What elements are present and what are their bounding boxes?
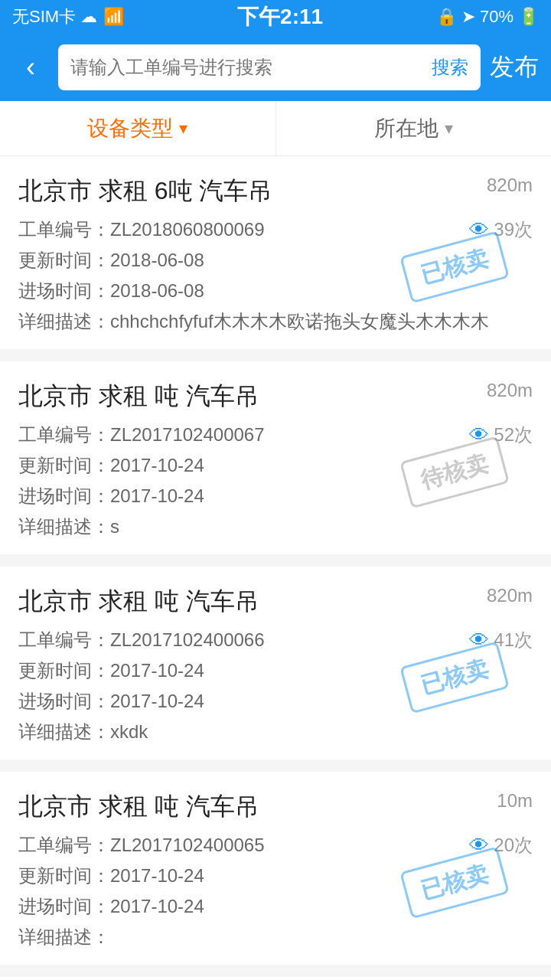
wifi-icon: 📶 [103, 7, 124, 27]
nav-bar: ‹ 搜索 发布 [0, 34, 551, 101]
battery-label: 70% [480, 7, 514, 27]
view-count-label: 52次 [494, 423, 533, 447]
entry-time: 进场时间：2018-06-08 [18, 279, 204, 303]
location-icon: ➤ [461, 7, 475, 27]
order-row: 工单编号：ZL2017102400065 👁 20次 [18, 833, 533, 858]
update-time: 更新时间：2017-10-24 [18, 864, 204, 888]
description: 详细描述： [18, 925, 533, 949]
update-time: 更新时间：2017-10-24 [18, 658, 204, 683]
title-row: 北京市 求租 吨 汽车吊 820m [18, 380, 533, 413]
title-row: 北京市 求租 吨 汽车吊 10m [18, 790, 533, 824]
location-label: 所在地 [374, 114, 439, 143]
device-type-filter[interactable]: 设备类型 ▾ [0, 101, 276, 155]
stamp-sold: 已核卖 [404, 858, 505, 906]
view-count-label: 39次 [494, 217, 533, 242]
filter-bar: 设备类型 ▾ 所在地 ▾ [0, 101, 551, 156]
title-row: 北京市 求租 吨 汽车吊 820m [18, 585, 533, 619]
list-item[interactable]: 北京市 求租 吨 汽车吊 820m 工单编号：ZL2017102400067 👁… [0, 361, 551, 554]
back-button[interactable]: ‹ [12, 51, 49, 83]
description: 详细描述：s [18, 514, 533, 539]
item-distance: 10m [497, 790, 533, 812]
item-distance: 820m [487, 585, 533, 606]
item-distance: 820m [487, 175, 533, 196]
location-arrow-icon: ▾ [445, 119, 453, 139]
search-input[interactable] [70, 57, 425, 78]
order-row: 工单编号：ZL2017102400067 👁 52次 [18, 423, 533, 447]
battery-icon: 🔋 [518, 7, 539, 27]
device-type-arrow-icon: ▾ [179, 119, 187, 139]
view-count-label: 20次 [494, 833, 533, 858]
search-container: 搜索 [58, 44, 481, 90]
list-container: 北京市 求租 6吨 汽车吊 820m 工单编号：ZL2018060800069 … [0, 156, 551, 980]
entry-time: 进场时间：2017-10-24 [18, 484, 204, 508]
entry-time: 进场时间：2017-10-24 [18, 689, 204, 714]
description: 详细描述：chhchchfyfuf木木木木欧诺拖头女魔头木木木木 [18, 309, 533, 334]
order-row: 工单编号：ZL2017102400066 👁 41次 [18, 628, 533, 652]
lock-icon: 🔒 [436, 7, 457, 27]
view-count-label: 41次 [494, 628, 533, 652]
device-type-label: 设备类型 [87, 114, 173, 143]
status-left: 无SIM卡 ☁ 📶 [12, 5, 124, 28]
status-right: 🔒 ➤ 70% 🔋 [436, 7, 539, 27]
update-time: 更新时间：2018-06-08 [18, 248, 204, 273]
location-filter[interactable]: 所在地 ▾ [276, 101, 552, 155]
item-title: 北京市 求租 6吨 汽车吊 [18, 175, 272, 208]
stamp-sold: 已核卖 [404, 653, 505, 701]
item-distance: 820m [487, 380, 533, 401]
order-no: 工单编号：ZL2017102400066 [18, 628, 265, 652]
order-no: 工单编号：ZL2018060800069 [18, 217, 265, 242]
list-item[interactable]: 北京市 求租 吨 汽车吊 10m 工单编号：ZL2017102400065 👁 … [0, 772, 551, 965]
list-item[interactable]: 北京市 求租 吨 汽车吊 820m 工单编号：ZL2017102400066 👁… [0, 567, 551, 760]
entry-time: 进场时间：2017-10-24 [18, 894, 204, 919]
item-title: 北京市 求租 吨 汽车吊 [18, 380, 259, 413]
item-title: 北京市 求租 吨 汽车吊 [18, 585, 259, 619]
publish-button[interactable]: 发布 [490, 51, 539, 84]
title-row: 北京市 求租 6吨 汽车吊 820m [18, 175, 533, 208]
order-no: 工单编号：ZL2017102400065 [18, 833, 265, 858]
search-button[interactable]: 搜索 [432, 55, 468, 80]
description: 详细描述：xkdk [18, 720, 533, 744]
order-no: 工单编号：ZL2017102400067 [18, 423, 265, 447]
item-title: 北京市 求租 吨 汽车吊 [18, 790, 259, 824]
stamp-pending: 待核卖 [404, 448, 505, 496]
no-sim-label: 无SIM卡 ☁ [12, 5, 97, 28]
status-time: 下午2:11 [237, 2, 323, 31]
order-row: 工单编号：ZL2018060800069 👁 39次 [18, 217, 533, 242]
list-item[interactable]: 北京市 求租 吨 全地面起重机 840m 详细描述： [0, 977, 551, 980]
list-item[interactable]: 北京市 求租 6吨 汽车吊 820m 工单编号：ZL2018060800069 … [0, 156, 551, 349]
update-time: 更新时间：2017-10-24 [18, 453, 204, 478]
status-bar: 无SIM卡 ☁ 📶 下午2:11 🔒 ➤ 70% 🔋 [0, 0, 551, 34]
stamp-sold: 已核卖 [404, 243, 505, 291]
